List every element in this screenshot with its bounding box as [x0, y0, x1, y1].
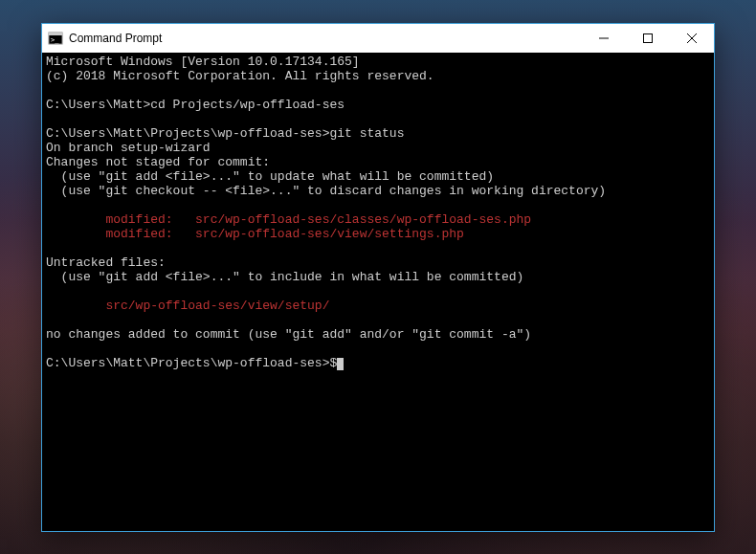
- terminal-line: C:\Users\Matt>cd Projects/wp-offload-ses: [46, 98, 710, 112]
- terminal-line: [46, 313, 710, 327]
- git-status-red-line: modified: src/wp-offload-ses/view/settin…: [46, 227, 710, 241]
- git-status-red-line: src/wp-offload-ses/view/setup/: [46, 299, 710, 313]
- terminal-line: [46, 284, 710, 299]
- terminal-line: no changes added to commit (use "git add…: [46, 327, 710, 342]
- terminal-line: [46, 112, 710, 126]
- terminal-line: [46, 83, 710, 98]
- terminal-line: (use "git checkout -- <file>..." to disc…: [46, 184, 710, 198]
- terminal-line: [46, 241, 710, 255]
- terminal-prompt[interactable]: C:\Users\Matt\Projects\wp-offload-ses>$: [46, 356, 710, 370]
- command-prompt-window: >_ Command Prompt Microsoft Windows [Ver…: [41, 23, 715, 532]
- terminal-line: On branch setup-wizard: [46, 141, 710, 155]
- terminal-line: Untracked files:: [46, 255, 710, 270]
- window-title: Command Prompt: [69, 32, 162, 45]
- terminal-line: [46, 342, 710, 356]
- svg-rect-4: [644, 34, 653, 43]
- titlebar[interactable]: >_ Command Prompt: [42, 24, 714, 53]
- svg-text:>_: >_: [51, 36, 59, 44]
- window-controls: [582, 24, 714, 53]
- cursor: [337, 358, 344, 370]
- close-button[interactable]: [670, 24, 714, 53]
- minimize-button[interactable]: [582, 24, 626, 53]
- terminal-output[interactable]: Microsoft Windows [Version 10.0.17134.16…: [42, 53, 714, 531]
- maximize-button[interactable]: [626, 24, 670, 53]
- terminal-line: Changes not staged for commit:: [46, 155, 710, 169]
- svg-rect-1: [49, 33, 62, 35]
- terminal-line: Microsoft Windows [Version 10.0.17134.16…: [46, 55, 710, 69]
- terminal-line: (use "git add <file>..." to include in w…: [46, 270, 710, 284]
- terminal-line: (c) 2018 Microsoft Corporation. All righ…: [46, 69, 710, 83]
- git-status-red-line: modified: src/wp-offload-ses/classes/wp-…: [46, 212, 710, 227]
- cmd-icon: >_: [48, 31, 63, 46]
- terminal-line: (use "git add <file>..." to update what …: [46, 169, 710, 184]
- terminal-line: [46, 198, 710, 212]
- terminal-line: C:\Users\Matt\Projects\wp-offload-ses>gi…: [46, 126, 710, 141]
